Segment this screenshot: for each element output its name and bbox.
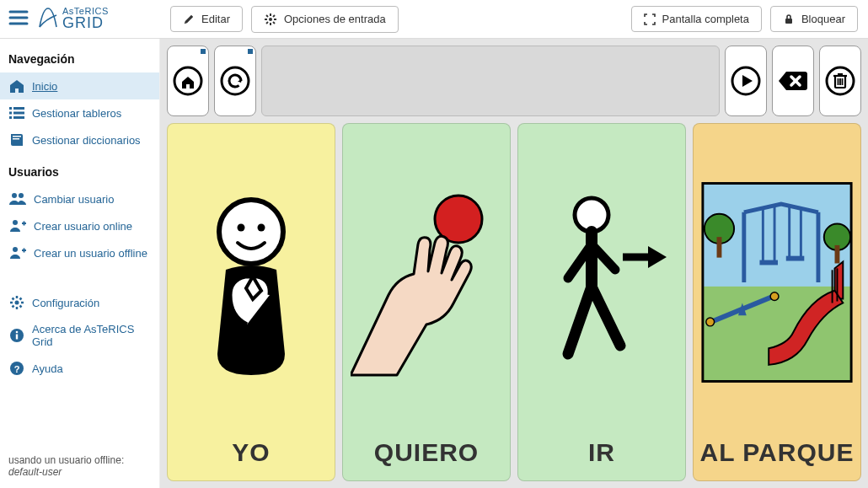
question-icon: ? xyxy=(8,360,25,377)
undo-circle-icon xyxy=(219,65,251,97)
svg-line-8 xyxy=(266,15,268,17)
app-logo: AsTeRICS GRID xyxy=(37,4,109,34)
card-label: QUIERO xyxy=(374,439,479,466)
svg-point-73 xyxy=(770,292,779,300)
sidebar-item-label: Configuración xyxy=(32,297,99,309)
actionbar-trash-button[interactable] xyxy=(819,46,861,116)
svg-rect-20 xyxy=(13,138,19,140)
card-image xyxy=(523,132,680,432)
input-options-button[interactable]: Opciones de entrada xyxy=(251,6,399,33)
user-plus-icon xyxy=(8,245,27,260)
walk-arrow-icon xyxy=(526,185,678,379)
sidebar-item-label: Cambiar usuario xyxy=(34,193,114,206)
svg-rect-16 xyxy=(13,107,24,110)
svg-rect-15 xyxy=(9,116,12,119)
card-yo[interactable]: YO xyxy=(167,123,335,481)
card-label: YO xyxy=(232,439,270,466)
card-label: AL PARQUE xyxy=(700,439,855,466)
sidebar-item-label: Crear usuario online xyxy=(34,220,132,233)
footer-prefix: usando un usuario offline: xyxy=(8,454,124,466)
sidebar-item-create-offline-user[interactable]: Crear un usuario offline xyxy=(0,239,159,266)
sidebar-item-label: Gestionar diccionarios xyxy=(32,134,141,147)
user-plus-icon xyxy=(8,218,27,233)
svg-rect-12 xyxy=(785,19,792,24)
card-image xyxy=(348,132,505,432)
card-label: IR xyxy=(588,439,615,466)
svg-rect-13 xyxy=(9,107,12,110)
svg-point-52 xyxy=(238,223,245,231)
corner-marker xyxy=(248,49,253,54)
svg-rect-14 xyxy=(9,112,12,115)
svg-point-35 xyxy=(16,331,19,334)
fullscreen-label: Pantalla completa xyxy=(662,13,749,25)
sidebar-item-boards[interactable]: Gestionar tableros xyxy=(0,99,159,126)
grid: YO QUIERO xyxy=(167,123,861,481)
svg-line-11 xyxy=(273,15,275,17)
svg-rect-70 xyxy=(786,255,805,260)
sidebar-item-settings[interactable]: Configuración xyxy=(0,288,159,317)
logo-line2: GRID xyxy=(62,16,109,29)
fullscreen-icon xyxy=(644,13,656,25)
svg-line-31 xyxy=(20,306,22,308)
card-al-parque[interactable]: AL PARQUE xyxy=(693,123,861,481)
svg-rect-62 xyxy=(835,245,840,264)
action-bar xyxy=(167,46,861,116)
sidebar-item-home[interactable]: Inicio xyxy=(0,72,159,99)
lock-label: Bloquear xyxy=(801,13,845,25)
fullscreen-button[interactable]: Pantalla completa xyxy=(631,6,762,32)
card-quiero[interactable]: QUIERO xyxy=(342,123,511,481)
svg-line-30 xyxy=(13,298,14,300)
sidebar-item-help[interactable]: ? Ayuda xyxy=(0,354,159,383)
pencil-icon xyxy=(183,13,195,25)
sidebar-item-label: Gestionar tableros xyxy=(32,107,121,120)
actionbar-undo-button[interactable] xyxy=(214,46,256,116)
backspace-icon xyxy=(776,68,810,94)
svg-line-33 xyxy=(20,298,22,300)
svg-rect-17 xyxy=(13,112,24,115)
sidebar: Navegación Inicio Gestionar tableros Ges… xyxy=(0,39,160,488)
home-icon xyxy=(8,78,25,94)
actionbar-delete-word-button[interactable] xyxy=(772,46,814,116)
person-self-icon xyxy=(184,185,319,379)
svg-rect-60 xyxy=(717,237,722,257)
sidebar-item-create-online-user[interactable]: Crear usuario online xyxy=(0,212,159,239)
sentence-field[interactable] xyxy=(261,46,720,116)
actionbar-play-button[interactable] xyxy=(725,46,767,116)
hand-ball-icon xyxy=(351,185,502,379)
svg-point-3 xyxy=(269,18,272,21)
gear-icon xyxy=(264,13,277,26)
sidebar-item-label: Crear un usuario offline xyxy=(34,247,147,260)
card-image xyxy=(173,132,330,432)
nav-heading: Navegación xyxy=(0,47,159,72)
svg-point-22 xyxy=(19,193,24,198)
users-heading: Usuarios xyxy=(0,160,159,185)
svg-point-53 xyxy=(258,223,265,231)
svg-rect-36 xyxy=(16,335,18,340)
svg-text:?: ? xyxy=(14,364,20,374)
lock-button[interactable]: Bloquear xyxy=(770,6,858,32)
trash-circle-icon xyxy=(824,65,856,97)
svg-point-40 xyxy=(222,67,249,94)
sidebar-footer: usando un usuario offline: default-user xyxy=(0,449,159,483)
menu-toggle-icon[interactable] xyxy=(8,9,29,29)
svg-point-23 xyxy=(13,220,18,225)
card-ir[interactable]: IR xyxy=(517,123,686,481)
edit-button[interactable]: Editar xyxy=(170,6,243,32)
corner-marker xyxy=(201,49,206,54)
info-icon xyxy=(8,327,25,344)
svg-line-9 xyxy=(273,22,275,24)
users-icon xyxy=(8,191,27,206)
sidebar-item-switch-user[interactable]: Cambiar usuario xyxy=(0,185,159,212)
sidebar-item-label: Acerca de AsTeRICS Grid xyxy=(32,323,151,348)
svg-point-72 xyxy=(706,318,715,326)
sidebar-item-dictionaries[interactable]: Gestionar diccionarios xyxy=(0,126,159,153)
book-icon xyxy=(8,132,25,147)
lock-icon xyxy=(783,13,795,25)
sidebar-item-about[interactable]: Acerca de AsTeRICS Grid xyxy=(0,317,159,354)
svg-line-32 xyxy=(13,306,14,308)
svg-point-21 xyxy=(12,193,17,198)
svg-line-10 xyxy=(266,22,268,24)
park-icon xyxy=(699,177,855,388)
list-icon xyxy=(8,105,25,121)
actionbar-home-button[interactable] xyxy=(167,46,209,116)
